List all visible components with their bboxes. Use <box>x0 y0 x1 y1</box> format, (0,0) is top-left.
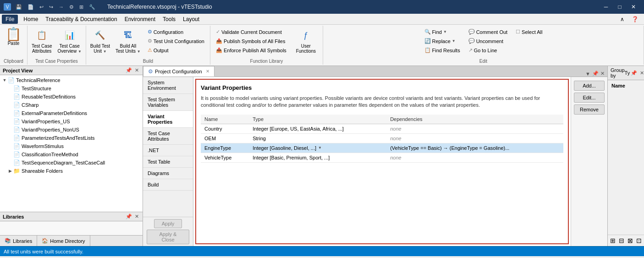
nav-system-environment[interactable]: System Environment <box>143 77 193 94</box>
go-to-line-button[interactable]: ↗ Go to Line <box>466 46 510 55</box>
variant-properties-content: Variant Properties It is possible to mod… <box>195 79 569 244</box>
table-row[interactable]: OEM String none <box>201 133 563 143</box>
libraries-tab[interactable]: 📚 Libraries <box>0 236 37 246</box>
row-vehicletype-name: VehicleType <box>201 153 249 162</box>
add-button[interactable]: Add... <box>574 81 605 91</box>
tree-item-variant-us[interactable]: 📄 VariantProperties_US <box>0 117 143 126</box>
table-row[interactable]: Country Integer [Europe, US, EastAsia, A… <box>201 124 563 133</box>
tree-item-classification[interactable]: 📄 ClassificationTreeMethod <box>0 150 143 159</box>
nav-test-table[interactable]: Test Table <box>143 156 193 168</box>
tools-menu[interactable]: Tools <box>159 15 179 24</box>
layout-menu[interactable]: Layout <box>179 15 203 24</box>
external-param-icon: 📄 <box>13 110 20 117</box>
tree-item-parameterized[interactable]: 📄 ParameterizedTestsAndTestLists <box>0 134 143 142</box>
output-icon: ⚠ <box>148 47 152 53</box>
table-row[interactable]: EngineType Integer [Gasoline, Diesel, ..… <box>201 143 563 153</box>
uncomment-button[interactable]: 💬 Uncomment <box>466 37 510 45</box>
row-vehicletype-type: Integer [Basic, Premium, Sport, ...] <box>249 153 386 162</box>
help-button[interactable]: ❓ <box>628 15 642 24</box>
config-icon[interactable]: 🔧 <box>87 3 97 11</box>
group-by-label: Group by <box>611 67 625 78</box>
find-button[interactable]: 🔍 Find ▼ <box>422 27 463 36</box>
right-panel-content: Name <box>608 80 644 235</box>
forward-icon[interactable]: → <box>57 3 66 11</box>
test-case-attributes-button[interactable]: 📋 Test CaseAttributes <box>29 27 54 55</box>
environment-menu[interactable]: Environment <box>121 15 159 24</box>
collapse-ribbon-button[interactable]: ∧ <box>616 15 628 24</box>
nav-dotnet[interactable]: .NET <box>143 145 193 156</box>
replace-button[interactable]: 🔄 Replace ▼ <box>422 37 463 45</box>
apply-close-button[interactable]: Apply & Close <box>147 230 189 244</box>
right-panel-pin-button[interactable]: 📌 <box>630 70 638 76</box>
test-case-overview-icon: 📊 <box>62 28 77 43</box>
nav-variant-properties[interactable]: Variant Properties <box>143 111 193 128</box>
nav-test-case-attributes[interactable]: Test Case Attributes <box>143 128 193 145</box>
configuration-label: Configuration <box>154 29 183 35</box>
tree-item-csharp[interactable]: 📄 CSharp <box>0 101 143 109</box>
tree-item-reusable[interactable]: 📄 ReusableTestDefinitions <box>0 93 143 101</box>
publish-symbols-button[interactable]: 📤 Publish Symbols of All Files <box>213 37 289 45</box>
project-configuration-tab[interactable]: ⚙ Project Configuration ✕ <box>143 66 215 77</box>
tree-item-test-structure[interactable]: 📄 TestStructure <box>0 84 143 93</box>
tree-item-waveform[interactable]: 📄 WaveformStimulus <box>0 142 143 150</box>
comment-out-button[interactable]: 💬 Comment Out <box>466 27 510 36</box>
publish-icon: 📤 <box>216 38 222 44</box>
right-panel-btn-4[interactable]: ⊡ <box>635 236 643 245</box>
project-view-close-button[interactable]: ✕ <box>134 67 140 73</box>
nav-test-system-variables[interactable]: Test System Variables <box>143 94 193 111</box>
extra-icon[interactable]: ⊞ <box>77 3 85 11</box>
project-config-tab-close[interactable]: ✕ <box>206 69 209 74</box>
find-results-button[interactable]: 📋 Find Results <box>422 46 463 55</box>
new-icon[interactable]: 📄 <box>26 3 36 11</box>
nav-build[interactable]: Build <box>143 179 193 191</box>
home-menu[interactable]: Home <box>20 15 42 24</box>
home-directory-tab-label: Home Directory <box>50 238 85 244</box>
redo-icon[interactable]: ↪ <box>47 3 55 11</box>
save-icon[interactable]: 💾 <box>14 3 24 11</box>
user-functions-button[interactable]: ƒ User Functions <box>291 27 321 55</box>
output-button[interactable]: ⚠ Output <box>145 46 207 55</box>
tree-item-test-sequence[interactable]: 📄 TestSequenceDiagram_TestCaseCall <box>0 159 143 167</box>
build-test-unit-button[interactable]: 🔨 Build TestUnit ▼ <box>88 27 112 55</box>
close-button[interactable]: ✕ <box>627 0 640 14</box>
remove-button[interactable]: Remove <box>574 104 605 115</box>
table-row[interactable]: VehicleType Integer [Basic, Premium, Spo… <box>201 153 563 162</box>
tree-item-variant-nonus[interactable]: 📄 VariantProperties_NonUS <box>0 126 143 134</box>
right-panel-close-button[interactable]: ✕ <box>639 70 644 76</box>
libraries-pin-button[interactable]: 📌 <box>125 214 133 220</box>
tree-item-technical-reference[interactable]: ▼ 📄 TechnicalReference <box>0 76 143 84</box>
project-view-pin-button[interactable]: 📌 <box>125 67 133 73</box>
tab-pin-button[interactable]: 📌 <box>591 71 600 77</box>
undo-icon[interactable]: ↩ <box>38 3 45 11</box>
libraries-header: Libraries 📌 ✕ <box>0 212 143 221</box>
enforce-publish-button[interactable]: 📤 Enforce Publish All Symbols <box>213 46 289 55</box>
libraries-close-button[interactable]: ✕ <box>134 214 140 220</box>
test-case-overview-button[interactable]: 📊 Test CaseOverview ▼ <box>55 27 83 55</box>
minimize-button[interactable]: ─ <box>599 0 613 14</box>
right-panel-btn-1[interactable]: ⊞ <box>609 236 616 245</box>
apply-button[interactable]: Apply <box>154 219 182 228</box>
test-unit-configuration-button[interactable]: ⚙ Test Unit Configuration <box>145 37 207 45</box>
file-menu[interactable]: File <box>2 15 18 24</box>
traceability-menu[interactable]: Traceability & Documentation <box>42 15 121 24</box>
enginetype-dropdown-arrow[interactable]: ▼ <box>318 146 322 150</box>
paste-button[interactable]: 📋 Paste <box>2 27 25 47</box>
tree-item-external-param[interactable]: 📄 ExternalParameterDefinitions <box>0 109 143 117</box>
maximize-button[interactable]: □ <box>613 0 627 14</box>
home-directory-tab[interactable]: 🏠 Home Directory <box>37 236 90 246</box>
nav-diagrams[interactable]: Diagrams <box>143 168 193 179</box>
tools-icon[interactable]: ⚙ <box>67 3 76 11</box>
edit-button[interactable]: Edit... <box>574 93 605 103</box>
select-all-button[interactable]: ☐ Select All <box>513 27 545 36</box>
right-panel-btn-2[interactable]: ⊟ <box>618 236 625 245</box>
build-all-test-units-button[interactable]: 🏗 Build AllTest Units ▼ <box>113 27 143 55</box>
configuration-button[interactable]: ⚙ Configuration <box>145 27 207 36</box>
uncomment-icon: 💬 <box>468 38 475 44</box>
right-panel-btn-3[interactable]: ⊠ <box>627 236 634 245</box>
left-panel: Project View 📌 ✕ ▼ 📄 TechnicalReference … <box>0 66 143 246</box>
validate-button[interactable]: ✓ Validate Current Document <box>213 27 289 36</box>
tab-dropdown-button[interactable]: ▼ <box>584 71 591 77</box>
tab-close-button[interactable]: ✕ <box>600 71 605 77</box>
tree-item-shareable[interactable]: ▶ 📁 Shareable Folders <box>0 167 143 175</box>
col-type-header: Type <box>249 115 386 124</box>
